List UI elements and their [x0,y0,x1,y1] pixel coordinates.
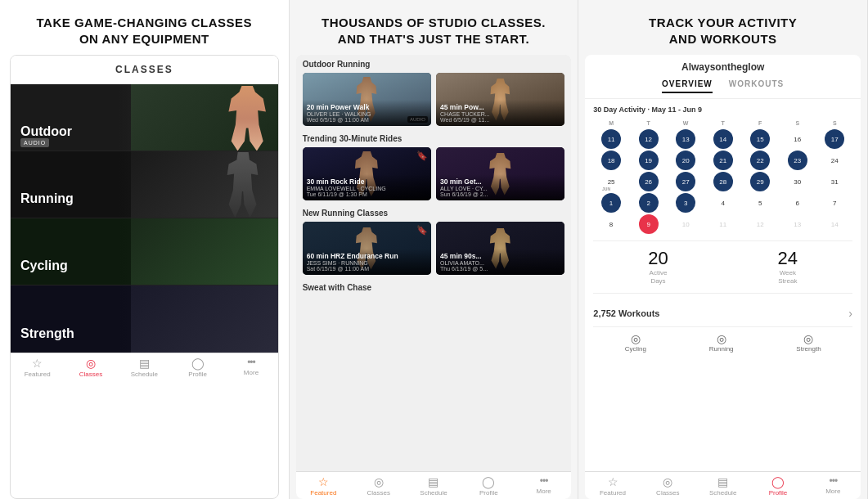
cal-day-29[interactable]: 29 [750,172,770,191]
card-instructor: CHASE TUCKER... [440,111,560,117]
section-title-rides: Trending 30-Minute Rides [303,134,565,143]
cal-day-17[interactable]: 17 [825,129,844,149]
nav-more-2[interactable]: ••• More [516,476,571,497]
nav-more-1[interactable]: ••• More [224,357,277,378]
section-title-outdoor: Outdoor Running [303,60,565,69]
cal-day-8[interactable]: 8 [601,214,621,234]
nav-classes-2[interactable]: ◎ Classes [351,476,406,497]
card-title: 45 min Pow... [440,103,560,111]
nav-label: Classes [367,489,389,497]
panel-tracker: TRACK YOUR ACTIVITY AND WORKOUTS Alwayso… [578,0,868,499]
cal-day-jun3[interactable]: 3 [676,193,695,213]
class-label-strength: Strength [20,326,74,341]
cal-day-14b: 14 [825,214,844,234]
cal-day-18[interactable]: 18 [601,151,621,170]
card-title: 60 min HRZ Endurance Run [307,252,427,260]
cal-day-jun5[interactable]: 5 [750,193,770,213]
studio-section-outdoor: Outdoor Running AUDIO 20 min Power Walk … [296,55,572,129]
nav-featured-1[interactable]: ☆ Featured [11,357,64,378]
featured-icon-1: ☆ [32,357,43,369]
class-list: Outdoor AUDIO Running [11,84,278,353]
panel-classes: TAKE GAME-CHANGING CLASSES ON ANY EQUIPM… [0,0,290,499]
cal-day-jun1[interactable]: JUN 1 [601,193,621,213]
nav-featured-2[interactable]: ☆ Featured [296,476,351,497]
nav-schedule-1[interactable]: ▤ Schedule [118,357,171,378]
nav-profile-1[interactable]: ◯ Profile [171,357,224,378]
workout-type-cycling[interactable]: ◎ Cycling [625,332,646,353]
workout-types: ◎ Cycling ◎ Running ◎ Strength [593,327,852,357]
studio-card-hrz[interactable]: 🔖 60 min HRZ Endurance Run JESS SIMS · R… [303,222,431,275]
cal-day-23[interactable]: 23 [788,151,807,170]
nav-label: Classes [79,371,102,378]
nav-label: Profile [479,489,498,497]
cal-day-jun7[interactable]: 7 [825,193,844,213]
section-title-running: New Running Classes [303,209,565,218]
class-item-outdoor[interactable]: Outdoor AUDIO [11,84,278,151]
class-item-running[interactable]: Running [11,151,278,218]
tab-workouts[interactable]: WORKOUTS [729,79,784,93]
cal-day-14[interactable]: 14 [713,129,733,149]
nav-more-3[interactable]: ••• More [806,476,861,497]
nav-schedule-2[interactable]: ▤ Schedule [406,476,461,497]
nav-label: Featured [600,489,626,497]
cal-day-16[interactable]: 16 [788,129,807,149]
studio-card-90s[interactable]: 45 min 90s... OLIVIA AMATO... Thu 6/13/1… [436,222,564,275]
more-icon-2: ••• [540,476,548,486]
cal-day-11[interactable]: 11 [601,129,621,149]
class-item-cycling[interactable]: Cycling [11,218,278,285]
cal-day-15[interactable]: 15 [750,129,770,149]
nav-label: Featured [310,489,336,497]
cal-day-22[interactable]: 22 [750,151,770,170]
chevron-right-icon: › [848,307,852,320]
panel1-title: TAKE GAME-CHANGING CLASSES ON ANY EQUIPM… [16,15,272,47]
studio-section-running: New Running Classes 🔖 60 min HRZ Enduran… [296,204,572,278]
tab-overview[interactable]: OVERVIEW [662,79,713,93]
section-title-chase: Sweat with Chase [303,283,565,292]
nav-profile-2[interactable]: ◯ Profile [461,476,516,497]
studio-card-rock-ride[interactable]: 🔖 30 min Rock Ride EMMA LOVEWELL · CYCLI… [303,147,431,200]
cal-day-30[interactable]: 30 [788,172,807,191]
workout-type-strength[interactable]: ◎ Strength [796,332,821,353]
ride-cards: 🔖 30 min Rock Ride EMMA LOVEWELL · CYCLI… [303,147,565,200]
cal-day-24[interactable]: 24 [825,151,844,170]
cal-day-20[interactable]: 20 [676,151,695,170]
workout-type-running[interactable]: ◎ Running [709,332,734,353]
nav-classes-3[interactable]: ◎ Classes [641,476,695,497]
cal-day-12[interactable]: 12 [639,129,659,149]
panel3-header: TRACK YOUR ACTIVITY AND WORKOUTS [578,0,867,55]
cal-day-jun4[interactable]: 4 [713,193,733,213]
cal-day-21[interactable]: 21 [713,151,733,170]
cal-day-31[interactable]: 31 [825,172,844,191]
nav-featured-3[interactable]: ☆ Featured [585,476,640,497]
cal-day-13[interactable]: 13 [676,129,695,149]
studio-card-powerwalk[interactable]: AUDIO 20 min Power Walk OLIVER LEE · WAL… [303,73,431,126]
card-img-hrz: 🔖 60 min HRZ Endurance Run JESS SIMS · R… [303,222,431,275]
panel2-header: THOUSANDS OF STUDIO CLASSES. AND THAT'S … [290,0,578,55]
cal-day-27[interactable]: 27 [676,172,695,191]
cal-day-9[interactable]: 9 [639,214,659,234]
nav-label: Profile [188,371,207,378]
classes-title: CLASSES [11,56,278,84]
phone-frame-classes: CLASSES Outdoor AUDIO [10,55,279,499]
studio-card-chase[interactable]: 45 min Pow... CHASE TUCKER... Wed 6/5/19… [436,73,564,126]
cal-day-jun6[interactable]: 6 [788,193,807,213]
card-instructor: JESS SIMS · RUNNING [307,260,427,266]
cal-day-11b: 11 [713,214,733,234]
cal-header-w: W [668,119,704,128]
card-instructor: ALLY LOVE · CY... [440,186,560,191]
workouts-row[interactable]: 2,752 Workouts › [593,300,852,327]
nav-profile-3[interactable]: ◯ Profile [750,476,805,497]
nav-schedule-3[interactable]: ▤ Schedule [695,476,750,497]
class-item-strength[interactable]: Strength [11,285,278,353]
workout-type-label: Strength [796,345,821,353]
cal-day-28[interactable]: 28 [713,172,733,191]
cal-day-26[interactable]: 26 [639,172,659,191]
workout-type-label: Cycling [625,345,646,353]
nav-classes-1[interactable]: ◎ Classes [64,357,117,378]
card-img-powerwalk: AUDIO 20 min Power Walk OLIVER LEE · WAL… [303,73,431,126]
phone-frame-studio: Outdoor Running AUDIO 20 min Power Walk … [296,55,572,499]
studio-card-get[interactable]: 30 min Get... ALLY LOVE · CY... Sun 6/16… [436,147,564,200]
cal-day-19[interactable]: 19 [639,151,659,170]
cal-day-jun2[interactable]: 2 [639,193,659,213]
profile-icon-2: ◯ [482,476,495,488]
